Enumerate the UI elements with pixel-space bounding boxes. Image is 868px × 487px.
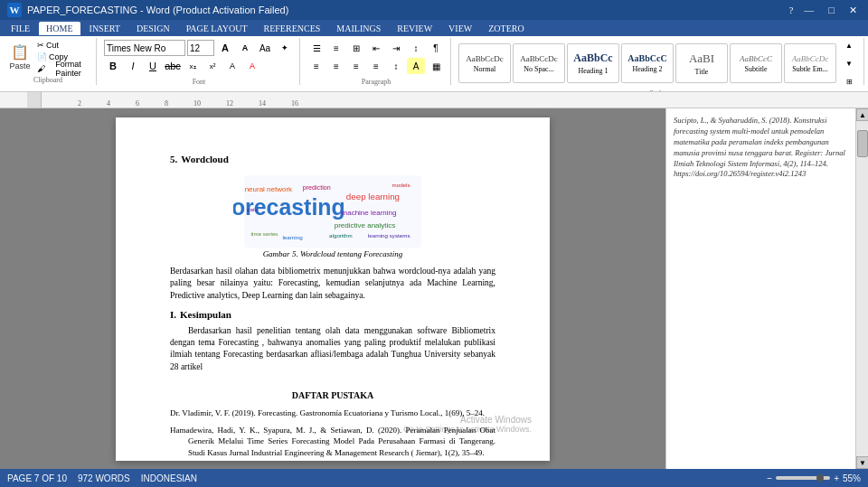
styles-expand[interactable]: ⊞ (840, 73, 858, 89)
style-normal[interactable]: AaBbCcDc Normal (458, 43, 511, 83)
sort-button[interactable]: ↕ (407, 40, 425, 56)
daftar-pustaka-heading: DAFTAR PUSTAKA (292, 390, 373, 400)
strikethrough-button[interactable]: abc (164, 58, 182, 74)
shading-button[interactable]: A (407, 58, 425, 74)
tab-home[interactable]: HOME (39, 22, 80, 35)
page-info: PAGE 7 OF 10 (7, 473, 67, 483)
superscript-button[interactable]: x² (203, 58, 222, 74)
align-center-button[interactable]: ≡ (327, 58, 345, 74)
italic-button[interactable]: I (124, 58, 142, 74)
section5-number: 5. (170, 154, 177, 164)
app-icon: W (7, 3, 22, 17)
svg-text:learning: learning (282, 234, 303, 240)
style-heading2[interactable]: AaBbCcC Heading 2 (621, 43, 674, 83)
scroll-up-button[interactable]: ▲ (856, 108, 868, 121)
ruler-corner (27, 92, 42, 108)
style-no-spacing[interactable]: AaBbCcDc No Spac... (513, 43, 565, 83)
ruler-marks: 2 4 6 8 10 12 14 16 (42, 92, 868, 108)
conclusion-label: Kesimpulan (180, 309, 231, 320)
show-formatting-button[interactable]: ¶ (427, 40, 445, 56)
multilevel-list-button[interactable]: ⊞ (347, 40, 365, 56)
help-icon[interactable]: ? (788, 5, 793, 15)
tab-references[interactable]: REFERENCES (257, 22, 328, 35)
conclusion-number: I. (170, 309, 176, 320)
align-left-button[interactable]: ≡ (307, 58, 326, 74)
cut-button[interactable]: ✂ Cut (36, 40, 90, 51)
vertical-scrollbar[interactable]: ▲ ▼ (855, 108, 868, 469)
wordcloud-container: forecasting deep learning machine learni… (170, 175, 495, 258)
ribbon-tabs: FILE HOME INSERT DESIGN PAGE LAYOUT REFE… (0, 20, 868, 36)
numbering-button[interactable]: ≡ (327, 40, 345, 56)
paste-icon: 📋 (11, 43, 29, 61)
bullets-button[interactable]: ☰ (307, 40, 326, 56)
restore-btn[interactable]: □ (825, 5, 838, 15)
zoom-percent: 55% (843, 473, 861, 483)
tab-design[interactable]: DESIGN (129, 22, 177, 35)
scroll-down-button[interactable]: ▼ (856, 456, 868, 469)
font-size-input[interactable] (187, 40, 214, 56)
line-spacing-button[interactable]: ↕ (387, 58, 405, 74)
paste-button[interactable]: 📋 Paste (5, 41, 34, 73)
borders-button[interactable]: ▦ (427, 58, 445, 74)
minimize-btn[interactable]: — (800, 5, 817, 15)
wordcloud-description: Berdasarkan hasil olahan data bibliometr… (170, 266, 495, 302)
align-right-button[interactable]: ≡ (347, 58, 365, 74)
shrink-font-button[interactable]: A (236, 40, 254, 56)
main-area: 5. Wordcloud forecasting deep learning m… (0, 108, 868, 469)
format-painter-button[interactable]: 🖌 Format Painter (36, 63, 90, 74)
decrease-indent-button[interactable]: ⇤ (367, 40, 385, 56)
tab-view[interactable]: VIEW (441, 22, 479, 35)
styles-scroll-down[interactable]: ▼ (840, 55, 858, 71)
bold-button[interactable]: B (104, 58, 122, 74)
status-bar: PAGE 7 OF 10 972 WORDS INDONESIAN − + 55… (0, 469, 868, 487)
scroll-thumb[interactable] (857, 130, 868, 157)
ruler: 2 4 6 8 10 12 14 16 (0, 92, 868, 108)
tab-mailings[interactable]: MAILINGS (329, 22, 388, 35)
tab-zotero[interactable]: ZOTERO (481, 22, 531, 35)
subscript-button[interactable]: x₂ (184, 58, 202, 74)
zoom-thumb (816, 474, 824, 482)
zoom-out-icon[interactable]: − (767, 473, 772, 483)
underline-button[interactable]: U (144, 58, 162, 74)
paragraph-group-label: Paragraph (307, 78, 445, 86)
font-color-button[interactable]: A (243, 58, 261, 74)
styles-gallery: AaBbCcDc Normal AaBbCcDc No Spac... AaBb… (458, 40, 858, 87)
zoom-bar[interactable]: − + 55% (767, 473, 861, 483)
status-right: − + 55% (767, 473, 861, 483)
toolbar: 📋 Paste ✂ Cut 📄 Copy 🖌 Format Painter Cl… (0, 36, 868, 92)
clear-format-button[interactable]: ✦ (276, 40, 294, 56)
tab-insert[interactable]: INSERT (82, 22, 127, 35)
style-subtitle[interactable]: AaBbCcC Subtitle (730, 43, 782, 83)
wordcloud-caption: Gambar 5. Wordcloud tentang Forecasting (263, 249, 403, 258)
zoom-slider[interactable] (776, 476, 830, 480)
svg-text:prediction: prediction (303, 184, 331, 192)
wordcloud-image: forecasting deep learning machine learni… (233, 175, 432, 248)
style-heading1[interactable]: AaBbCc Heading 1 (567, 43, 619, 83)
font-name-input[interactable] (104, 40, 185, 56)
svg-text:models: models (392, 182, 410, 188)
tab-page-layout[interactable]: PAGE LAYOUT (179, 22, 255, 35)
style-subtle-em[interactable]: AaBbCcDc Subtle Em... (784, 43, 836, 83)
clipboard-label: Clipboard (5, 76, 90, 84)
svg-text:neural network: neural network (245, 185, 293, 193)
zoom-in-icon[interactable]: + (834, 473, 839, 483)
close-btn[interactable]: ✕ (845, 5, 861, 16)
svg-text:learning systems: learning systems (368, 232, 410, 239)
style-title[interactable]: AaBI Title (675, 43, 728, 83)
grow-font-button[interactable]: A (216, 40, 234, 56)
font-group-label: Font (104, 78, 294, 86)
increase-indent-button[interactable]: ⇥ (387, 40, 405, 56)
scroll-track[interactable] (856, 121, 868, 456)
document-area[interactable]: 5. Wordcloud forecasting deep learning m… (0, 108, 665, 469)
reference-1: Dr. Vladimir, V. F. (2019). Forecasting.… (170, 407, 495, 419)
title-text: PAPER_FORECASTING - Word (Product Activa… (27, 5, 288, 15)
justify-button[interactable]: ≡ (367, 58, 385, 74)
word-count: 972 WORDS (78, 473, 130, 483)
styles-scroll-up[interactable]: ▲ (840, 37, 858, 53)
text-highlight-button[interactable]: A (223, 58, 241, 74)
change-case-button[interactable]: Aa (256, 40, 274, 56)
svg-text:data: data (247, 206, 259, 212)
tab-review[interactable]: REVIEW (390, 22, 439, 35)
tab-file[interactable]: FILE (4, 22, 37, 35)
conclusion-text: Berdasarkan hasil penelitian tentang ola… (170, 325, 495, 373)
